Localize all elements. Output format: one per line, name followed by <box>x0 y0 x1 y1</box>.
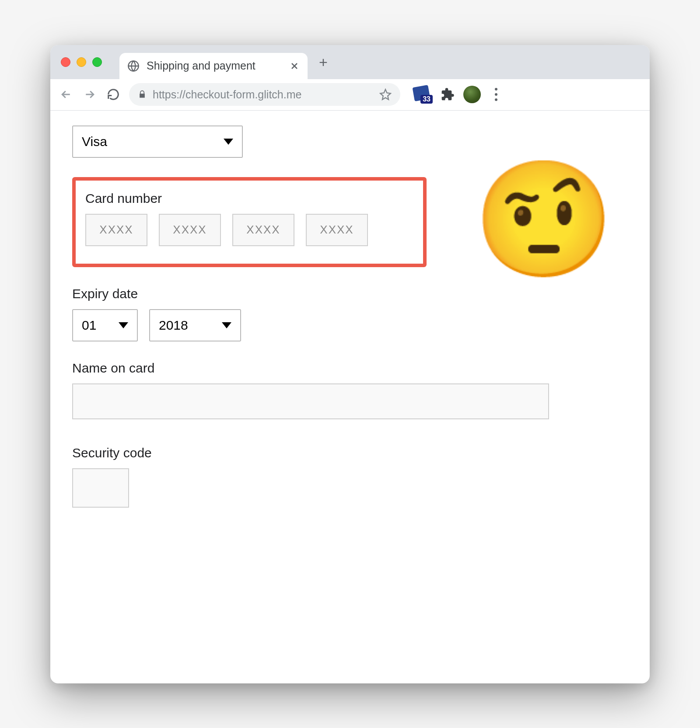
expiry-year-select[interactable]: 2018 <box>149 309 241 341</box>
chevron-down-icon <box>222 322 231 328</box>
close-tab-icon[interactable] <box>289 61 300 71</box>
profile-avatar[interactable] <box>463 86 481 103</box>
tab-title: Shipping and payment <box>147 59 282 72</box>
name-on-card-label: Name on card <box>72 361 628 376</box>
card-number-segments <box>85 214 413 246</box>
expiry-year-value: 2018 <box>159 318 188 333</box>
card-type-select[interactable]: Visa <box>72 125 243 158</box>
new-tab-button[interactable]: + <box>319 55 328 70</box>
extension-badge-count: 33 <box>420 95 433 104</box>
name-on-card-field: Name on card <box>72 361 628 419</box>
close-window-button[interactable] <box>61 57 70 67</box>
expiry-month-value: 01 <box>82 318 96 333</box>
bookmark-star-icon[interactable] <box>379 88 392 101</box>
security-code-input[interactable] <box>72 468 129 508</box>
browser-toolbar: https://checkout-form.glitch.me 33 <box>50 79 650 111</box>
extension-calendar-icon[interactable]: 33 <box>413 86 432 103</box>
expiry-month-select[interactable]: 01 <box>72 309 138 341</box>
expiry-label: Expiry date <box>72 286 628 301</box>
globe-icon <box>127 60 140 72</box>
back-button[interactable] <box>58 87 74 102</box>
card-number-segment-1[interactable] <box>85 214 147 246</box>
card-number-label: Card number <box>85 191 413 206</box>
reload-button[interactable] <box>105 87 121 102</box>
maximize-window-button[interactable] <box>92 57 102 67</box>
window-controls <box>61 57 102 67</box>
card-type-value: Visa <box>82 134 107 149</box>
tab-strip: Shipping and payment + <box>50 45 650 79</box>
minimize-window-button[interactable] <box>77 57 86 67</box>
security-code-label: Security code <box>72 446 628 460</box>
address-bar[interactable]: https://checkout-form.glitch.me <box>129 83 400 106</box>
page-content: Visa Card number 🤨 Expiry date 01 <box>50 111 650 683</box>
raised-eyebrow-emoji: 🤨 <box>473 162 615 276</box>
card-number-segment-4[interactable] <box>306 214 368 246</box>
card-number-highlight: Card number <box>72 177 427 267</box>
browser-menu-button[interactable] <box>490 88 503 101</box>
extensions-puzzle-icon[interactable] <box>441 87 455 101</box>
chevron-down-icon <box>224 139 233 145</box>
expiry-field: Expiry date 01 2018 <box>72 286 628 341</box>
security-code-field: Security code <box>72 446 628 508</box>
name-on-card-input[interactable] <box>72 383 549 419</box>
browser-tab[interactable]: Shipping and payment <box>119 53 308 79</box>
lock-icon <box>138 90 147 99</box>
browser-window: Shipping and payment + https://checkout-… <box>50 45 650 683</box>
url-text: https://checkout-form.glitch.me <box>153 88 373 101</box>
card-type-field: Visa <box>72 125 628 158</box>
card-number-segment-2[interactable] <box>159 214 221 246</box>
extensions-group: 33 <box>413 86 503 103</box>
forward-button[interactable] <box>82 87 98 102</box>
card-number-segment-3[interactable] <box>232 214 294 246</box>
chevron-down-icon <box>119 322 128 328</box>
